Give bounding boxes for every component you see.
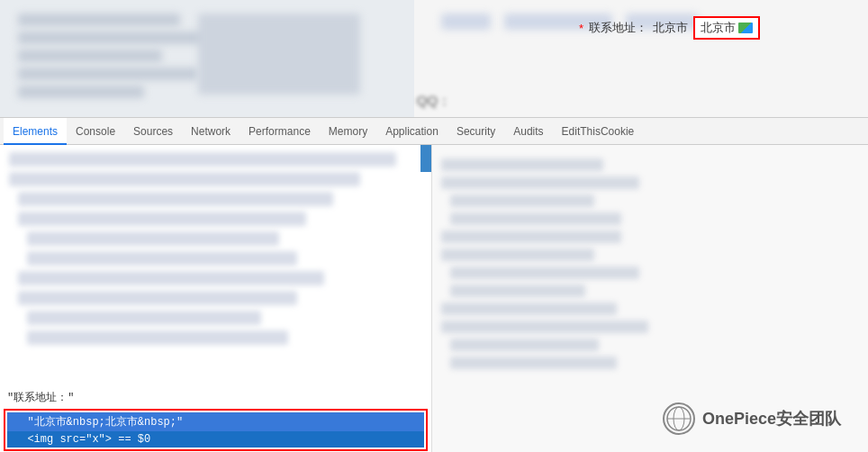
code-text-2: "北京市&nbsp;北京市&nbsp;"	[14, 416, 183, 429]
style-row-5	[441, 231, 621, 243]
code-line-1: "联系地址："	[0, 388, 431, 407]
tab-console[interactable]: Console	[67, 118, 124, 145]
watermark: OnePiece安全团队	[663, 402, 841, 435]
devtools-panel: Elements Console Sources Network Perform…	[0, 117, 868, 452]
dom-blur-row-2	[9, 172, 360, 186]
code-line-3: <img src="x"> == $0	[7, 431, 424, 447]
style-row-6	[441, 249, 594, 261]
address-field-area: * 联系地址： 北京市 北京市	[579, 16, 760, 40]
dom-blur-row-4	[18, 212, 306, 226]
style-row-10	[441, 321, 648, 333]
blur-top-1	[441, 14, 491, 30]
tab-memory[interactable]: Memory	[320, 118, 376, 145]
code-text-3: <img src="x"> == $0	[14, 433, 150, 446]
blur-decoration-4	[18, 68, 198, 80]
tab-application[interactable]: Application	[376, 118, 448, 145]
watermark-logo	[663, 402, 695, 435]
tab-sources[interactable]: Sources	[124, 118, 182, 145]
scroll-top-indicator	[420, 145, 431, 172]
blur-decoration-3	[18, 50, 162, 62]
tab-audits[interactable]: Audits	[504, 118, 552, 145]
code-text-1: "联系地址："	[7, 392, 74, 404]
watermark-text: OnePiece安全团队	[702, 408, 841, 429]
code-highlighted-section: "北京市&nbsp;北京市&nbsp;" <img src="x"> == $0	[4, 409, 428, 451]
highlighted-text: 北京市	[701, 20, 736, 36]
tab-network[interactable]: Network	[182, 118, 240, 145]
browser-page-area: * 联系地址： 北京市 北京市 QQ：	[0, 0, 868, 117]
tab-performance[interactable]: Performance	[240, 118, 320, 145]
style-row-1	[441, 158, 603, 171]
address-highlighted-box: 北京市	[693, 16, 760, 40]
devtools-content-area: "联系地址：" "北京市&nbsp;北京市&nbsp;" <img src="x…	[0, 145, 868, 452]
style-row-2	[441, 176, 639, 189]
style-row-4	[450, 212, 621, 225]
style-row-8	[450, 285, 585, 297]
dom-blur-row-3	[18, 192, 333, 206]
image-icon	[738, 23, 753, 33]
dom-panel: "联系地址：" "北京市&nbsp;北京市&nbsp;" <img src="x…	[0, 145, 432, 452]
tab-editthiscookie[interactable]: EditThisCookie	[553, 118, 644, 145]
dom-blur-row-1	[9, 152, 396, 167]
style-row-3	[450, 194, 594, 207]
tab-security[interactable]: Security	[448, 118, 504, 145]
blur-decoration-5	[18, 86, 144, 98]
blur-decoration-6	[198, 14, 360, 95]
required-star: *	[579, 22, 583, 35]
dom-blur-row-7	[18, 271, 324, 285]
dom-blur-row-6	[27, 251, 297, 266]
style-row-7	[450, 267, 639, 279]
dom-blur-row-10	[27, 330, 288, 345]
style-row-12	[450, 357, 617, 369]
dom-blur-row-5	[27, 231, 279, 246]
blur-decoration-1	[18, 14, 180, 26]
logo-svg	[666, 406, 692, 431]
tab-elements[interactable]: Elements	[4, 118, 67, 145]
devtools-tab-bar: Elements Console Sources Network Perform…	[0, 118, 868, 145]
dom-blur-row-9	[27, 311, 261, 325]
address-value: 北京市	[653, 20, 688, 36]
dom-blur-row-8	[18, 291, 297, 305]
code-area: "联系地址：" "北京市&nbsp;北京市&nbsp;" <img src="x…	[0, 388, 431, 452]
code-line-2: "北京市&nbsp;北京市&nbsp;"	[7, 412, 424, 431]
qq-label: QQ：	[417, 93, 451, 110]
style-row-9	[441, 303, 617, 315]
style-row-11	[450, 339, 599, 351]
styles-panel: OnePiece安全团队	[432, 145, 868, 452]
address-label: 联系地址：	[589, 20, 647, 36]
left-content-panel	[0, 0, 414, 117]
